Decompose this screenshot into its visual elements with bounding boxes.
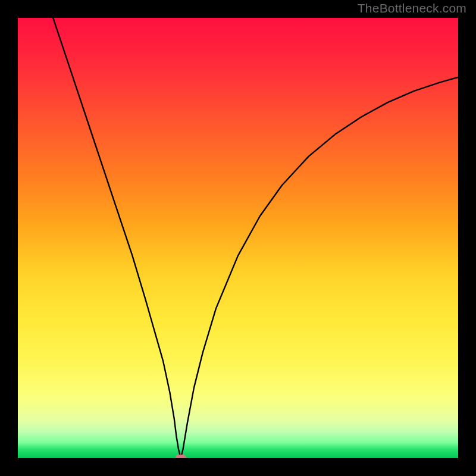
plot-area — [18, 18, 458, 458]
min-marker — [176, 455, 186, 458]
curve-path — [53, 18, 458, 458]
curve-svg — [18, 18, 458, 458]
chart-container: TheBottleneck.com — [0, 0, 476, 476]
attribution-text: TheBottleneck.com — [358, 1, 466, 15]
